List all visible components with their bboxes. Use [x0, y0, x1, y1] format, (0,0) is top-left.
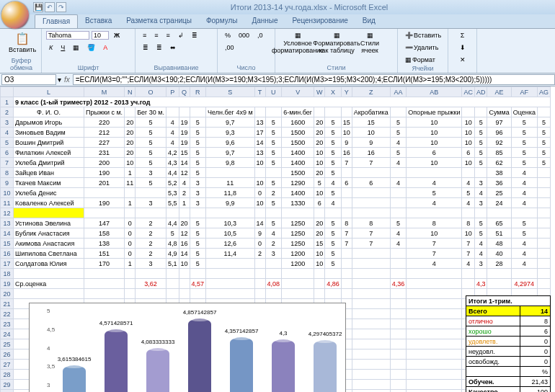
- merge-button[interactable]: ⬌: [167, 43, 179, 53]
- cell-styles[interactable]: ▦Стили ячеек: [358, 30, 382, 55]
- delete-cells[interactable]: ➖ Удалить: [402, 43, 441, 53]
- titlebar: 💾 ↶ ↷ Итоги 2013-14 уч.года.xlsx - Micro…: [0, 0, 555, 14]
- chart-bar-1[interactable]: [105, 329, 128, 392]
- font-size[interactable]: [92, 31, 109, 40]
- fill-button[interactable]: 🪣: [84, 43, 98, 53]
- italic-button[interactable]: К: [46, 43, 56, 53]
- tab-1[interactable]: Вставка: [78, 14, 119, 28]
- tab-5[interactable]: Рецензирование: [285, 14, 355, 28]
- color-button[interactable]: A: [100, 43, 110, 53]
- qat-undo[interactable]: ↶: [45, 2, 55, 12]
- chart-bar-4[interactable]: [230, 337, 253, 392]
- summary-table: Итоги 1-трим.Всего14отлично8хорошо6удовл…: [466, 295, 551, 392]
- tab-2[interactable]: Разметка страницы: [119, 14, 199, 28]
- chart-bar-0[interactable]: [63, 365, 86, 392]
- formula-input[interactable]: =ЕСЛИ(M3=0;"";ЕСЛИ(M3<190;2;ЕСЛИ(И(M3>=1…: [73, 74, 555, 85]
- office-orb[interactable]: [1, 1, 29, 29]
- fx-icon[interactable]: fx: [61, 76, 73, 84]
- chart-bar-2[interactable]: [146, 348, 169, 392]
- ribbon: 📋Вставить Буфер обмена Ж К Ч ▦ 🪣 A Шрифт…: [0, 29, 555, 74]
- paste-button[interactable]: 📋Вставить: [6, 30, 39, 55]
- align-tl[interactable]: ≡: [140, 30, 149, 40]
- chart[interactable]: 54,543,532,53,61538461514,57142857124,08…: [29, 303, 346, 392]
- wrap-button[interactable]: ↲: [175, 30, 187, 40]
- tab-3[interactable]: Формулы: [199, 14, 245, 28]
- tab-6[interactable]: Вид: [355, 14, 383, 28]
- cond-fmt[interactable]: ▦Условное форматирование: [280, 30, 316, 55]
- bold-button[interactable]: Ж: [111, 30, 123, 40]
- chart-bar-3[interactable]: [188, 318, 211, 392]
- ribbon-tabs: ГлавнаяВставкаРазметка страницыФормулыДа…: [0, 14, 555, 29]
- tab-0[interactable]: Главная: [35, 14, 78, 28]
- chart-bar-5[interactable]: [272, 339, 295, 392]
- insert-cells[interactable]: ➕ Вставить: [402, 30, 444, 40]
- underline-button[interactable]: Ч: [58, 43, 68, 53]
- border-button[interactable]: ▦: [70, 43, 82, 53]
- format-cells[interactable]: ▦ Формат: [402, 55, 438, 65]
- formula-bar: ▾ fx =ЕСЛИ(M3=0;"";ЕСЛИ(M3<190;2;ЕСЛИ(И(…: [0, 74, 555, 86]
- name-box[interactable]: [1, 74, 56, 85]
- qat-save[interactable]: 💾: [33, 2, 43, 12]
- tab-4[interactable]: Данные: [244, 14, 285, 28]
- worksheet[interactable]: LMNOPQRSTUVWXYZAAABACADAEAFAG19 класс (1…: [0, 86, 555, 392]
- window-title: Итоги 2013-14 уч.года.xlsx - Microsoft E…: [66, 3, 552, 12]
- table-fmt[interactable]: ▦Форматировать как таблицу: [318, 30, 355, 55]
- font-name[interactable]: [46, 31, 89, 40]
- chart-bar-6[interactable]: [314, 340, 337, 392]
- qat-redo[interactable]: ↷: [56, 2, 66, 12]
